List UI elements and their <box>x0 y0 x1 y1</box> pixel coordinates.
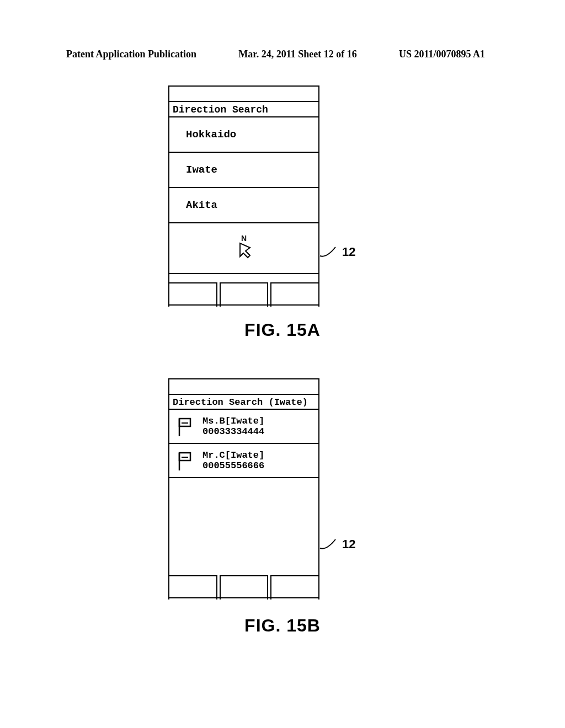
device-screen-b: Direction Search (Iwate) Ms.B[Iwate] 000… <box>168 378 319 598</box>
softkey-bar <box>169 575 318 597</box>
list-item-label: Akita <box>186 199 217 211</box>
list-item-label: Hokkaido <box>186 129 236 141</box>
softkey-right[interactable] <box>270 575 319 599</box>
flag-icon <box>176 415 195 437</box>
contact-name: Ms.B[Iwate] <box>202 416 264 426</box>
header-right: US 2011/0070895 A1 <box>399 49 485 60</box>
callout-number: 12 <box>342 245 355 259</box>
status-bar <box>169 87 318 102</box>
list-item[interactable]: Iwate <box>169 153 318 188</box>
status-bar <box>169 379 318 395</box>
figure-label-a: FIG. 15A <box>0 320 565 340</box>
screen-title: Direction Search (Iwate) <box>169 395 318 410</box>
screen-title: Direction Search <box>169 102 318 117</box>
callout-line-icon <box>319 536 339 553</box>
contact-number: 00055556666 <box>202 461 264 471</box>
softkey-center[interactable] <box>220 575 269 599</box>
contact-number: 00033334444 <box>202 426 264 437</box>
list-item[interactable]: Akita <box>169 188 318 223</box>
list-item[interactable]: Hokkaido <box>169 117 318 153</box>
header-left: Patent Application Publication <box>66 49 196 60</box>
softkey-center[interactable] <box>220 282 269 307</box>
callout-line-icon <box>319 244 339 260</box>
softkey-left[interactable] <box>168 282 217 307</box>
softkey-left[interactable] <box>168 575 217 599</box>
device-screen-a: Direction Search Hokkaido Iwate Akita N <box>168 85 319 306</box>
list-item-label: Iwate <box>186 164 217 176</box>
flag-icon <box>176 449 195 472</box>
compass-area: N <box>169 223 318 274</box>
page-header: Patent Application Publication Mar. 24, … <box>66 49 485 60</box>
compass-cursor-icon: N <box>233 234 254 262</box>
softkey-bar <box>169 282 318 304</box>
svg-text:N: N <box>241 234 247 243</box>
callout-12b: 12 <box>319 536 355 553</box>
callout-12a: 12 <box>319 244 355 260</box>
contact-name: Mr.C[Iwate] <box>202 450 264 461</box>
figure-label-b: FIG. 15B <box>0 615 565 636</box>
list-item[interactable]: Mr.C[Iwate] 00055556666 <box>169 444 318 478</box>
list-item[interactable]: Ms.B[Iwate] 00033334444 <box>169 410 318 444</box>
softkey-right[interactable] <box>270 282 319 307</box>
header-center: Mar. 24, 2011 Sheet 12 of 16 <box>238 49 356 60</box>
callout-number: 12 <box>342 537 355 552</box>
